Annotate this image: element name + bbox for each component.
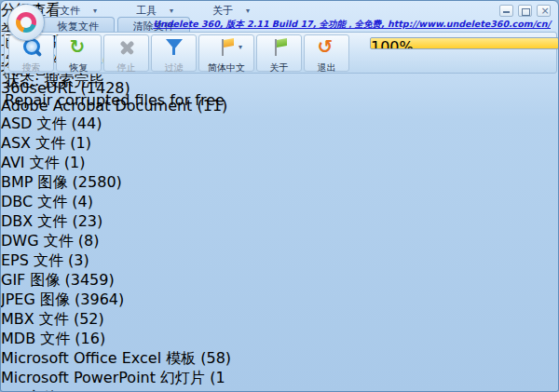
- chevron-down-icon: ▾: [239, 43, 242, 51]
- toolbar-button-icon: [317, 37, 337, 58]
- tree-item[interactable]: EPS 文件 (3): [1, 251, 558, 271]
- tree-item[interactable]: DBC 文件 (4): [1, 193, 558, 212]
- progress-green: [371, 38, 500, 48]
- title-bar: 文件工具关于: [1, 1, 559, 18]
- close-button[interactable]: [537, 5, 551, 17]
- app-logo[interactable]: [7, 4, 45, 41]
- menu-item[interactable]: 关于: [205, 3, 257, 19]
- toolbar-button-icon: [164, 37, 184, 58]
- toolbar-button-icon: [269, 37, 290, 58]
- toolbar-button-icon: [116, 37, 137, 58]
- progress-bar: 100%: [370, 37, 559, 49]
- tree-item[interactable]: MP 文件 (62): [1, 388, 558, 392]
- toolbar-button[interactable]: ▾ 关于: [256, 34, 302, 72]
- toolbar-button[interactable]: ▾ 过滤: [151, 34, 197, 72]
- tree-item[interactable]: MDB 文件 (16): [1, 330, 558, 349]
- maximize-button[interactable]: [518, 5, 532, 17]
- toolbar-button-icon: [69, 37, 89, 58]
- file-type-tree: 我的电脑 360seURL (1428) Adobe Acrobat Docum…: [1, 60, 558, 392]
- tree-item[interactable]: MBX 文件 (52): [1, 310, 558, 330]
- toolbar-button[interactable]: ▾ 恢复: [56, 34, 102, 72]
- tree-items: 360seURL (1428) Adobe Acrobat Document (…: [1, 79, 558, 392]
- toolbar-button[interactable]: ▾ 简体中文: [198, 34, 254, 72]
- toolbar-button[interactable]: ▾ 停止: [103, 34, 149, 72]
- tree-item[interactable]: ASD 文件 (44): [1, 115, 558, 134]
- tree-item[interactable]: BMP 图像 (2580): [1, 173, 558, 193]
- toolbar-button[interactable]: ▾ 退出: [304, 34, 349, 72]
- tree-item[interactable]: DWG 文件 (8): [1, 232, 558, 251]
- tree-item[interactable]: JPEG 图像 (3964): [1, 291, 558, 310]
- minimize-button[interactable]: [499, 5, 513, 17]
- tree-item[interactable]: ASX 文件 (1): [1, 134, 558, 154]
- tree-item[interactable]: Microsoft PowerPoint 幻灯片 (1: [1, 369, 558, 388]
- toolbar-buttons: ▾ 搜索 ▾ 恢复 ▾ 停止 ▾ 过滤: [8, 34, 351, 72]
- tree-item[interactable]: DBX 文件 (23): [1, 212, 558, 232]
- app-window: 文件工具关于 恢复文件清除文件 Undelete 360, 版本 2.11 Bu…: [0, 0, 559, 392]
- tree-item[interactable]: Microsoft Office Excel 模板 (58): [1, 349, 558, 369]
- repair-link[interactable]: Repair corrupted files for free: [5, 91, 556, 109]
- tree-item[interactable]: GIF 图像 (3459): [1, 271, 558, 291]
- toolbar: ▾ 搜索 ▾ 恢复 ▾ 停止 ▾ 过滤: [4, 32, 557, 74]
- toolbar-button-icon: [216, 37, 237, 58]
- version-link[interactable]: Undelete 360, 版本 2.11 Build 17, 全功能，全免费,…: [153, 19, 551, 31]
- window-controls: [499, 5, 551, 17]
- undelete360-logo-icon: [16, 12, 36, 33]
- search-status: 状态: 搜索完毕: [5, 72, 556, 91]
- tree-item[interactable]: AVI 文件 (1): [1, 154, 558, 173]
